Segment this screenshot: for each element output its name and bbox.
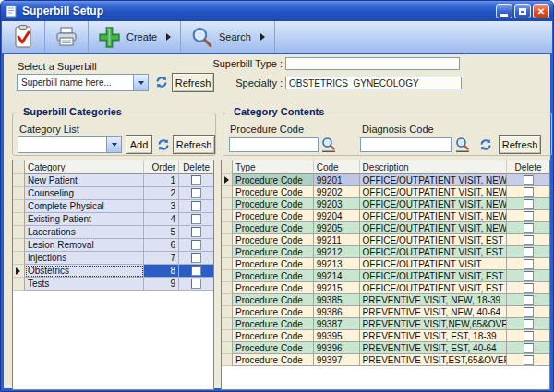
row-selector-cell[interactable] (222, 294, 233, 306)
description-cell[interactable]: PREVENTIVE VISIT, NEW, 40-64 (360, 306, 508, 318)
delete-cell[interactable] (507, 210, 549, 222)
delete-cell[interactable] (507, 294, 549, 306)
category-cell[interactable]: New Patient (25, 174, 144, 187)
category-cell[interactable]: Existing Patient (25, 213, 144, 226)
delete-cell[interactable] (179, 174, 213, 187)
print-button[interactable] (45, 21, 88, 53)
superbill-select[interactable]: Superbill name here... (17, 74, 149, 91)
delete-checkbox[interactable] (524, 283, 534, 293)
delete-checkbox[interactable] (191, 201, 201, 211)
delete-checkbox[interactable] (524, 331, 534, 341)
code-cell[interactable]: 99215 (314, 282, 360, 294)
delete-cell[interactable] (507, 354, 549, 366)
type-cell[interactable]: Procedure Code (233, 270, 314, 282)
delete-cell[interactable] (179, 213, 213, 226)
description-cell[interactable]: PREVENTIVE VISIT, NEW, 18-39 (360, 294, 508, 306)
code-cell[interactable]: 99205 (314, 222, 360, 234)
type-cell[interactable]: Procedure Code (233, 294, 314, 306)
delete-column-header[interactable]: Delete (179, 160, 213, 174)
delete-cell[interactable] (507, 282, 549, 294)
delete-cell[interactable] (507, 222, 549, 234)
row-selector-cell[interactable] (222, 186, 233, 198)
row-selector-cell[interactable] (222, 258, 233, 270)
code-cell[interactable]: 99395 (314, 330, 360, 342)
delete-checkbox[interactable] (524, 187, 534, 197)
description-cell[interactable]: OFFICE/OUTPATIENT VISIT, NEW (360, 186, 508, 198)
description-cell[interactable]: PREVENTIVE VISIT,NEW,65&OVER (360, 318, 508, 330)
code-cell[interactable]: 99214 (314, 270, 360, 282)
row-selector-cell[interactable] (13, 239, 25, 252)
row-selector-cell[interactable] (222, 354, 233, 366)
category-cell[interactable]: Lacerations (25, 226, 144, 239)
row-selector-cell[interactable] (13, 187, 25, 200)
delete-checkbox[interactable] (191, 266, 201, 276)
category-cell[interactable]: Lesion Removal (25, 239, 144, 252)
row-selector-cell[interactable] (222, 210, 233, 222)
order-cell[interactable]: 1 (144, 174, 179, 187)
description-column-header[interactable]: Description (360, 160, 508, 174)
delete-checkbox[interactable] (524, 175, 534, 185)
delete-cell[interactable] (507, 246, 549, 258)
row-selector-cell[interactable] (13, 200, 25, 213)
row-selector-cell[interactable] (222, 198, 233, 210)
delete-cell[interactable] (179, 187, 213, 200)
row-selector-cell[interactable] (222, 270, 233, 282)
superbill-select-arrow[interactable] (133, 75, 148, 90)
order-cell[interactable]: 7 (144, 252, 179, 265)
code-cell[interactable]: 99212 (314, 246, 360, 258)
description-cell[interactable]: OFFICE/OUTPATIENT VISIT, NEW (360, 174, 508, 186)
row-selector-cell[interactable] (13, 174, 25, 187)
code-cell[interactable]: 99203 (314, 198, 360, 210)
delete-checkbox[interactable] (524, 319, 534, 329)
order-cell[interactable]: 3 (144, 200, 179, 213)
delete-checkbox[interactable] (191, 227, 201, 237)
delete-checkbox[interactable] (191, 188, 201, 198)
delete-cell[interactable] (179, 252, 213, 265)
delete-checkbox[interactable] (524, 247, 534, 257)
category-cell[interactable]: Complete Physical (25, 200, 144, 213)
delete-checkbox[interactable] (524, 355, 534, 365)
code-cell[interactable]: 99201 (314, 174, 360, 186)
order-cell[interactable]: 4 (144, 213, 179, 226)
contents-refresh-button[interactable]: Refresh (499, 135, 541, 154)
row-selector-cell[interactable] (13, 265, 25, 278)
description-cell[interactable]: OFFICE/OUTPATIENT VISIT, EST (360, 246, 508, 258)
maximize-button[interactable] (514, 4, 531, 18)
row-selector-cell[interactable] (222, 174, 233, 186)
delete-checkbox[interactable] (524, 199, 534, 209)
description-cell[interactable]: PREVENTIVE VISIT, EST, 18-39 (360, 330, 508, 342)
delete-cell[interactable] (507, 186, 549, 198)
delete-cell[interactable] (179, 278, 213, 291)
delete-checkbox[interactable] (524, 235, 534, 245)
delete-cell[interactable] (507, 174, 549, 186)
delete-cell[interactable] (179, 239, 213, 252)
delete-checkbox[interactable] (524, 211, 534, 221)
order-column-header[interactable]: Order (144, 160, 179, 174)
code-cell[interactable]: 99204 (314, 210, 360, 222)
description-cell[interactable]: OFFICE/OUTPATIENT VISIT, NEW (360, 210, 508, 222)
row-selector-cell[interactable] (13, 213, 25, 226)
row-selector-cell[interactable] (13, 226, 25, 239)
type-cell[interactable]: Procedure Code (233, 234, 314, 246)
delete-checkbox[interactable] (524, 271, 534, 281)
type-cell[interactable]: Procedure Code (233, 318, 314, 330)
delete-cell[interactable] (507, 318, 549, 330)
delete-cell[interactable] (179, 265, 213, 278)
type-cell[interactable]: Procedure Code (233, 210, 314, 222)
row-selector-cell[interactable] (222, 222, 233, 234)
order-cell[interactable]: 8 (144, 265, 179, 278)
row-selector-cell[interactable] (222, 318, 233, 330)
delete-checkbox[interactable] (524, 223, 534, 233)
type-cell[interactable]: Procedure Code (233, 306, 314, 318)
delete-cell[interactable] (507, 234, 549, 246)
description-cell[interactable]: OFFICE/OUTPATIENT VISIT, EST (360, 282, 508, 294)
code-cell[interactable]: 99211 (314, 234, 360, 246)
delete-cell[interactable] (507, 330, 549, 342)
type-cell[interactable]: Procedure Code (233, 258, 314, 270)
procedure-lookup-button[interactable] (319, 136, 338, 154)
order-cell[interactable]: 5 (144, 226, 179, 239)
description-cell[interactable]: OFFICE/OUTPATIENT VISIT, EST (360, 234, 508, 246)
delete-cell[interactable] (507, 270, 549, 282)
code-cell[interactable]: 99397 (314, 354, 360, 366)
delete-checkbox[interactable] (524, 259, 534, 269)
